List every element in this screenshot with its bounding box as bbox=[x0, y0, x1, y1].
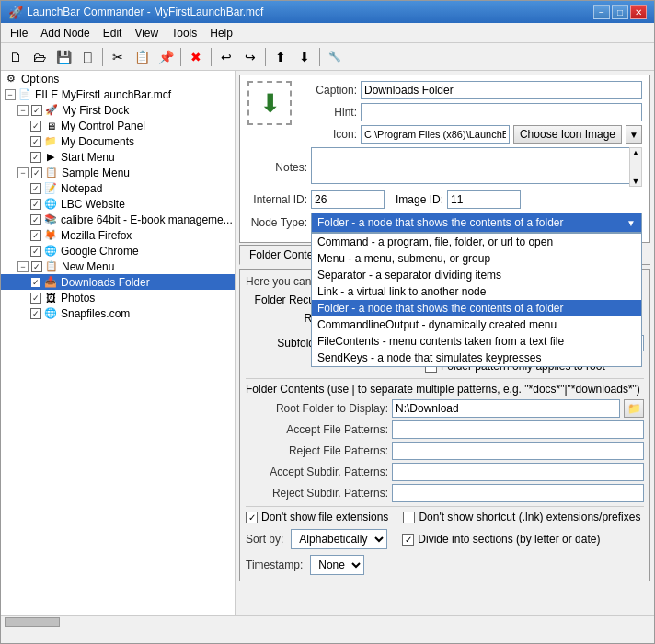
nodetype-dropdown-menu: Command - a program, file, folder, or ur… bbox=[311, 233, 642, 367]
folder-contents-desc: Folder Contents (use | to separate multi… bbox=[246, 383, 644, 396]
dropdown-option-4[interactable]: Folder - a node that shows the contents … bbox=[312, 300, 641, 316]
sidebar-item-snapfiles[interactable]: ✓🌐Snapfiles.com bbox=[1, 305, 235, 321]
accept-subdir-row: Accept Subdir. Patterns: bbox=[246, 463, 644, 481]
toolbar-redo[interactable]: ↪ bbox=[239, 46, 261, 68]
accept-file-input[interactable] bbox=[392, 420, 644, 439]
maximize-button[interactable]: □ bbox=[612, 5, 628, 19]
root-folder-row: Root Folder to Display: 📁 bbox=[246, 399, 644, 418]
props-top: ⬇ Caption: Hint: bbox=[247, 81, 642, 147]
toolbar-movedown[interactable]: ⬇ bbox=[293, 46, 316, 68]
toolbar-undo[interactable]: ↩ bbox=[215, 46, 237, 68]
properties-panel: ⬇ Caption: Hint: bbox=[239, 75, 650, 243]
root-folder-input[interactable] bbox=[392, 399, 620, 418]
minimize-button[interactable]: − bbox=[593, 5, 610, 19]
accept-subdir-input[interactable] bbox=[392, 463, 644, 481]
dont-show-shortcut-check: Don't show shortcut (.lnk) extensions/pr… bbox=[403, 511, 640, 523]
menu-tools[interactable]: Tools bbox=[166, 25, 202, 41]
toolbar-save[interactable]: 💾 bbox=[52, 46, 75, 68]
accept-file-row: Accept File Patterns: bbox=[246, 420, 644, 439]
scrollbar-thumb[interactable] bbox=[5, 617, 60, 627]
sidebar-item-lbc[interactable]: ✓🌐LBC Website bbox=[1, 196, 235, 212]
menu-edit[interactable]: Edit bbox=[98, 25, 128, 41]
sidebar-item-myfirstdock[interactable]: −✓🚀My First Dock bbox=[1, 102, 235, 118]
divide-check: Divide into sections (by letter or date) bbox=[402, 533, 600, 546]
toolbar-new[interactable]: 🗋 bbox=[5, 46, 27, 68]
sidebar-item-newmenu[interactable]: −✓📋New Menu bbox=[1, 259, 235, 274]
sort-row: Sort by: Alphabetically Divide into sect… bbox=[246, 529, 644, 549]
toolbar-separator-5 bbox=[319, 48, 320, 66]
title-text: LaunchBar Commander - MyFirstLaunchBar.m… bbox=[27, 6, 263, 18]
sidebar-scrollbar[interactable] bbox=[1, 615, 654, 627]
reject-subdir-row: Reject Subdir. Patterns: bbox=[246, 484, 644, 502]
toolbar-options[interactable]: 🔧 bbox=[324, 46, 346, 68]
sidebar-item-notepad[interactable]: ✓📝Notepad bbox=[1, 180, 235, 196]
dropdown-option-2[interactable]: Separator - a separator dividing items bbox=[312, 267, 641, 283]
nodetype-arrow-icon: ▼ bbox=[626, 218, 636, 228]
nodetype-dropdown-button[interactable]: Folder - a node that shows the contents … bbox=[311, 213, 642, 233]
reject-file-input[interactable] bbox=[392, 442, 644, 460]
dont-show-ext-checkbox[interactable] bbox=[246, 512, 258, 523]
menu-addnode[interactable]: Add Node bbox=[35, 25, 95, 41]
sidebar-item-startmenu[interactable]: ✓▶Start Menu bbox=[1, 149, 235, 165]
dropdown-option-7[interactable]: SendKeys - a node that simulates keypres… bbox=[312, 350, 641, 366]
toolbar-saveas[interactable]: ⎕ bbox=[76, 46, 98, 68]
dropdown-option-5[interactable]: CommandlineOutput - dynamically created … bbox=[312, 316, 641, 333]
menu-help[interactable]: Help bbox=[204, 25, 238, 41]
close-button[interactable]: ✕ bbox=[630, 5, 647, 19]
image-id-input[interactable] bbox=[447, 190, 521, 209]
timestamp-select[interactable]: None bbox=[310, 555, 364, 575]
reject-subdir-label: Reject Subdir. Patterns: bbox=[246, 487, 388, 500]
sidebar-item-photos[interactable]: ✓🖼Photos bbox=[1, 290, 235, 305]
choose-icon-button[interactable]: Choose Icon Image bbox=[513, 125, 622, 144]
menu-view[interactable]: View bbox=[129, 25, 164, 41]
nodetype-row: Node Type: Folder - a node that shows th… bbox=[247, 213, 642, 233]
internal-id-input[interactable] bbox=[311, 190, 385, 209]
sidebar-item-file[interactable]: −📄FILE MyFirstLaunchBar.mcf bbox=[1, 86, 235, 102]
notes-scroll-up[interactable]: ▲ bbox=[630, 148, 641, 157]
sidebar-item-samplemenu[interactable]: −✓📋Sample Menu bbox=[1, 165, 235, 180]
sidebar-item-chrome[interactable]: ✓🌐Google Chrome bbox=[1, 243, 235, 259]
nodetype-dropdown-container: Folder - a node that shows the contents … bbox=[311, 213, 642, 233]
status-bar bbox=[1, 627, 654, 643]
toolbar-delete[interactable]: ✖ bbox=[185, 46, 207, 68]
choose-icon-dropdown[interactable]: ▼ bbox=[626, 125, 642, 144]
divide-label: Divide into sections (by letter or date) bbox=[418, 533, 600, 546]
window-controls: − □ ✕ bbox=[593, 5, 647, 19]
hint-input[interactable] bbox=[361, 103, 642, 121]
sort-by-label: Sort by: bbox=[246, 533, 283, 546]
root-folder-browse[interactable]: 📁 bbox=[624, 399, 644, 418]
dont-show-shortcut-checkbox[interactable] bbox=[403, 512, 415, 523]
toolbar-copy[interactable]: 📋 bbox=[131, 46, 153, 68]
dropdown-option-1[interactable]: Menu - a menu, submenu, or group bbox=[312, 250, 641, 267]
toolbar-moveup[interactable]: ⬆ bbox=[270, 46, 292, 68]
dropdown-option-3[interactable]: Link - a virtual link to another node bbox=[312, 283, 641, 300]
icon-row: Icon: Choose Icon Image ▼ bbox=[297, 125, 642, 144]
sidebar-item-mydocs[interactable]: ✓📁My Documents bbox=[1, 133, 235, 149]
sort-by-select[interactable]: Alphabetically bbox=[291, 529, 387, 549]
toolbar-paste[interactable]: 📌 bbox=[155, 46, 177, 68]
notes-row: Notes: ▲ ▼ bbox=[247, 147, 642, 187]
dropdown-option-6[interactable]: FileContents - menu contents taken from … bbox=[312, 333, 641, 350]
divider-1 bbox=[246, 378, 644, 379]
menu-bar: File Add Node Edit View Tools Help bbox=[1, 23, 654, 43]
sidebar-tree: ⚙Options −📄FILE MyFirstLaunchBar.mcf −✓🚀… bbox=[1, 71, 236, 615]
sidebar-item-controlpanel[interactable]: ✓🖥My Control Panel bbox=[1, 118, 235, 133]
toolbar-open[interactable]: 🗁 bbox=[29, 46, 51, 68]
menu-file[interactable]: File bbox=[5, 25, 33, 41]
dont-show-ext-check: Don't show file extensions bbox=[246, 511, 388, 523]
reject-subdir-input[interactable] bbox=[392, 484, 644, 502]
notes-scroll-down[interactable]: ▼ bbox=[630, 177, 641, 186]
sidebar-item-options[interactable]: ⚙Options bbox=[1, 71, 235, 86]
dropdown-option-0[interactable]: Command - a program, file, folder, or ur… bbox=[312, 234, 641, 250]
divide-checkbox[interactable] bbox=[402, 534, 414, 546]
nodetype-label: Node Type: bbox=[247, 216, 307, 229]
sidebar-item-mozilla[interactable]: ✓🦊Mozilla Firefox bbox=[1, 227, 235, 243]
sidebar-item-calibre[interactable]: ✓📚calibre 64bit - E-book manageme... bbox=[1, 212, 235, 227]
notes-input[interactable] bbox=[311, 147, 642, 184]
icon-path-input[interactable] bbox=[361, 125, 510, 144]
timestamp-label: Timestamp: bbox=[246, 558, 303, 571]
toolbar-cut[interactable]: ✂ bbox=[107, 46, 129, 68]
reject-file-label: Reject File Patterns: bbox=[246, 444, 388, 457]
caption-input[interactable] bbox=[361, 81, 642, 99]
sidebar-item-downloads[interactable]: ✓📥Downloads Folder bbox=[1, 274, 235, 290]
